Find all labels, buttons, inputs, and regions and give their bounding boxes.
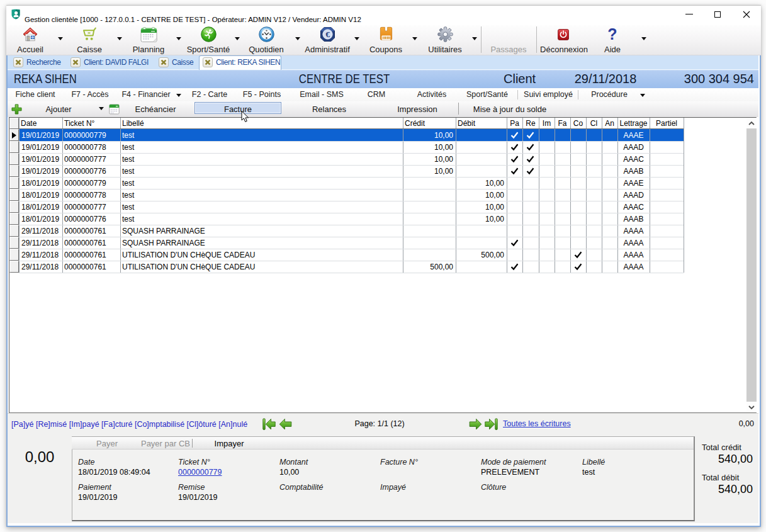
svg-text:€: € [325, 30, 330, 39]
